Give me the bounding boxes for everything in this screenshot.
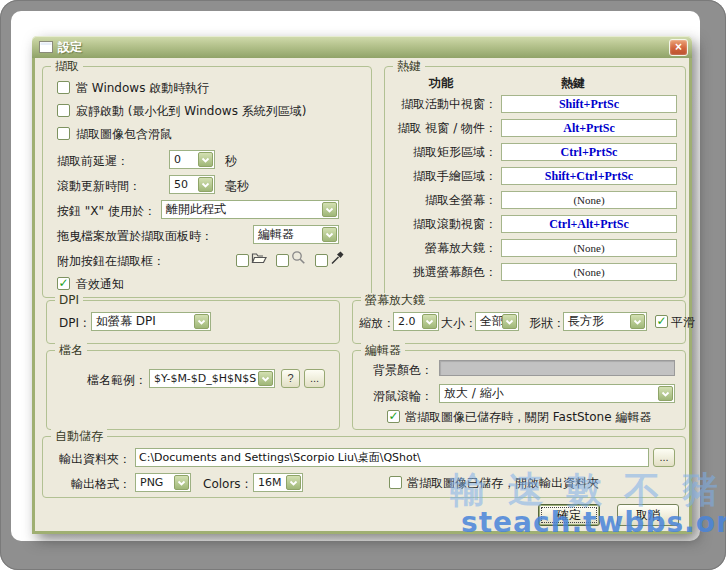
magnifier-size-value: 全部 <box>476 313 502 330</box>
autosave-browse-button[interactable]: ... <box>653 448 675 467</box>
chevron-down-icon[interactable] <box>422 314 437 329</box>
include-cursor-checkbox[interactable] <box>57 127 70 140</box>
extra-colorpicker-checkbox[interactable] <box>315 254 328 267</box>
chevron-down-icon[interactable] <box>322 227 337 242</box>
hotkey-field[interactable]: Shift+PrtSc <box>501 95 677 113</box>
filename-help-button[interactable]: ? <box>281 369 300 388</box>
x-button-select[interactable]: 離開此程式 <box>161 200 339 219</box>
extra-magnifier-checkbox[interactable] <box>276 254 289 267</box>
magnifier-shape-value: 長方形 <box>564 313 630 330</box>
autosave-format-label: 輸出格式： <box>49 475 131 493</box>
scroll-interval-select[interactable]: 50 <box>169 175 215 194</box>
hotkeys-col-hotkey: 熱鍵 <box>561 75 585 92</box>
x-button-value: 離開此程式 <box>162 201 322 218</box>
magnifier-zoom-label: 縮放： <box>359 314 395 332</box>
include-cursor-label: 擷取圖像包含滑鼠 <box>76 125 172 143</box>
chevron-down-icon[interactable] <box>630 314 645 329</box>
autosave-format-select[interactable]: PNG <box>135 473 191 492</box>
close-icon: × <box>675 40 682 54</box>
run-at-startup-checkbox[interactable] <box>57 81 70 94</box>
window-icon <box>39 41 53 53</box>
chevron-down-icon[interactable] <box>194 314 209 329</box>
silent-start-label: 寂靜啟動 (最小化到 Windows 系統列區域) <box>76 102 306 120</box>
sound-notify-label: 音效通知 <box>76 275 124 293</box>
drag-drop-label: 拖曳檔案放置於擷取面板時： <box>57 227 213 245</box>
autosave-folder-label: 輸出資料夾： <box>49 450 131 468</box>
chevron-down-icon[interactable] <box>258 371 273 386</box>
hotkey-field[interactable]: Ctrl+PrtSc <box>501 143 677 161</box>
screenshot-canvas: 設定 × 擷取 當 Windows 啟動時執行 寂靜啟動 (最小化到 Windo… <box>0 0 726 570</box>
magnifier-shape-label: 形狀： <box>529 314 565 332</box>
hotkey-row: 螢幕放大鏡： (None) <box>385 239 677 257</box>
chevron-down-icon[interactable] <box>658 386 673 401</box>
hotkey-field[interactable]: (None) <box>501 263 677 281</box>
hotkey-row: 挑選螢幕顏色： (None) <box>385 263 677 281</box>
hotkey-row: 擷取滾動視窗： Ctrl+Alt+PrtSc <box>385 215 677 233</box>
silent-start-checkbox[interactable] <box>57 104 70 117</box>
x-button-label: 按鈕 "X" 使用於： <box>57 202 156 220</box>
settings-dialog: 設定 × 擷取 當 Windows 啟動時執行 寂靜啟動 (最小化到 Windo… <box>32 36 692 534</box>
capture-delay-select[interactable]: 0 <box>169 150 215 169</box>
editor-bgcolor-swatch[interactable] <box>439 360 675 376</box>
filename-template-label: 檔名範例： <box>87 371 147 389</box>
editor-wheel-label: 滑鼠滾輪： <box>353 387 433 405</box>
editor-wheel-select[interactable]: 放大 / 縮小 <box>439 384 675 403</box>
magnifier-size-select[interactable]: 全部 <box>475 312 519 331</box>
magnifier-smooth-checkbox[interactable] <box>655 315 668 328</box>
chevron-down-icon[interactable] <box>198 152 213 167</box>
filename-template-value: $Y-$M-$D_$H$N$S <box>150 372 258 385</box>
magnifier-group-title: 螢幕放大鏡 <box>361 293 429 307</box>
capture-delay-unit: 秒 <box>225 152 237 170</box>
hotkey-field[interactable]: Alt+PrtSc <box>501 119 677 137</box>
hotkey-field[interactable]: Ctrl+Alt+PrtSc <box>501 215 677 233</box>
extra-buttons-row <box>227 250 345 270</box>
scroll-interval-unit: 毫秒 <box>225 177 249 195</box>
magnifier-shape-select[interactable]: 長方形 <box>563 312 647 331</box>
autosave-openfolder-checkbox[interactable] <box>389 476 402 489</box>
editor-close-label: 當擷取圖像已儲存時，關閉 FastStone 編輯器 <box>405 408 651 426</box>
drag-drop-select[interactable]: 編輯器 <box>253 225 339 244</box>
filename-template-select[interactable]: $Y-$M-$D_$H$N$S <box>149 369 275 388</box>
autosave-colors-select[interactable]: 16M <box>253 473 303 492</box>
chevron-down-icon[interactable] <box>322 202 337 217</box>
filename-browse-button[interactable]: ... <box>304 369 325 388</box>
run-at-startup-label: 當 Windows 啟動時執行 <box>76 79 209 97</box>
dpi-select[interactable]: 如螢幕 DPI <box>91 312 211 331</box>
magnifier-zoom-value: 2.0 <box>394 315 422 328</box>
filename-group-title: 檔名 <box>55 343 87 357</box>
window-title: 設定 <box>58 39 82 56</box>
capture-delay-label: 擷取前延遲： <box>57 152 129 170</box>
hotkey-row: 擷取手繪區域： Shift+Ctrl+PrtSc <box>385 167 677 185</box>
hotkey-row: 擷取矩形區域： Ctrl+PrtSc <box>385 143 677 161</box>
hotkey-row: 擷取 視窗 / 物件： Alt+PrtSc <box>385 119 677 137</box>
editor-group-title: 編輯器 <box>361 343 405 357</box>
dialog-body: 擷取 當 Windows 啟動時執行 寂靜啟動 (最小化到 Windows 系統… <box>32 58 692 534</box>
sound-notify-checkbox[interactable] <box>57 277 70 290</box>
extra-folder-option <box>236 250 267 270</box>
scroll-interval-value: 50 <box>170 178 198 191</box>
magnifier-group: 螢幕放大鏡 縮放： 2.0 大小： 全部 形狀： 長方形 平滑 <box>352 300 686 344</box>
extra-folder-checkbox[interactable] <box>236 254 249 267</box>
hotkey-row: 擷取全螢幕： (None) <box>385 191 677 209</box>
hotkey-label: 擷取 視窗 / 物件： <box>387 119 497 137</box>
hotkey-field[interactable]: Shift+Ctrl+PrtSc <box>501 167 677 185</box>
hotkey-field[interactable]: (None) <box>501 239 677 257</box>
chevron-down-icon[interactable] <box>174 475 189 490</box>
extra-colorpicker-option <box>315 250 345 270</box>
close-button[interactable]: × <box>669 39 688 56</box>
capture-group: 擷取 當 Windows 啟動時執行 寂靜啟動 (最小化到 Windows 系統… <box>42 66 372 298</box>
extra-buttons-label: 附加按鈕在擷取框： <box>57 252 165 270</box>
chevron-down-icon[interactable] <box>198 177 213 192</box>
editor-bgcolor-label: 背景顏色： <box>353 361 433 379</box>
magnifier-icon <box>291 250 306 270</box>
chevron-down-icon[interactable] <box>286 475 301 490</box>
chevron-down-icon[interactable] <box>502 314 517 329</box>
editor-group: 編輯器 背景顏色： 滑鼠滾輪： 放大 / 縮小 當擷取圖像已儲存時，關閉 Fas… <box>352 350 686 430</box>
autosave-folder-input[interactable] <box>135 448 649 467</box>
title-bar[interactable]: 設定 × <box>32 36 692 58</box>
editor-close-checkbox[interactable] <box>387 410 400 423</box>
hotkey-row: 擷取活動中視窗： Shift+PrtSc <box>385 95 677 113</box>
hotkeys-group-title: 熱鍵 <box>393 59 425 73</box>
hotkey-field[interactable]: (None) <box>501 191 677 209</box>
magnifier-zoom-select[interactable]: 2.0 <box>393 312 439 331</box>
